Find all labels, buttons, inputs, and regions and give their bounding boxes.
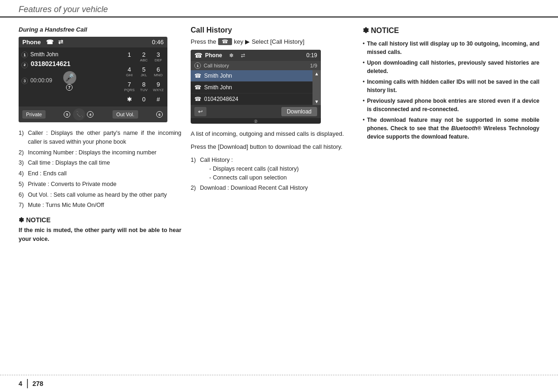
circle-4: 4 [87, 111, 93, 118]
ph2-call-icon-2: ☎ [194, 84, 201, 91]
footer-separator [27, 379, 28, 388]
circle-1: 1 [21, 52, 28, 58]
phone-icon-transfer: ⇄ [58, 39, 63, 46]
ph2-list-item-2[interactable]: ☎ Smith John [191, 82, 312, 93]
ph2-call-icon-1: ☎ [194, 73, 201, 79]
middle-list-item-1: 1) Call History : - Displays recent call… [191, 156, 353, 182]
ph2-download-button[interactable]: Download [281, 107, 317, 116]
middle-column: Call History Press the ☎ key ▶ Select [C… [191, 26, 363, 244]
ph2-header: ☎ Phone ✽ ⇄ 0:19 [191, 50, 321, 61]
middle-list-item-2: 2) Download : Download Recent Call Histo… [191, 184, 353, 193]
key-star[interactable]: ✱ [123, 95, 136, 104]
phone-icon-call: ☎ [46, 39, 53, 46]
key-0[interactable]: 0 [138, 95, 150, 104]
key-4[interactable]: 4GHI [123, 65, 136, 78]
ph2-footer: ↩ Download [191, 105, 321, 118]
ph2-scrollbar[interactable]: ▲ ▼ [312, 70, 321, 105]
ph2-list-item-3[interactable]: ☎ 01042048624 [191, 93, 312, 105]
phone-time: 0:46 [152, 39, 164, 46]
key-2[interactable]: 2ABC [138, 50, 150, 63]
page-header: Features of your vehicle [0, 0, 558, 18]
phone-left-panel: 1 Smith John 2 03180214621 3 00:00:09 [21, 50, 120, 104]
key-5[interactable]: 5JKL [138, 65, 150, 78]
list-item: 6) Out Vol. : Sets call volume as heard … [19, 191, 181, 199]
notice-item-2: • Upon downloading call histories, previ… [363, 59, 539, 75]
phone-btn-private[interactable]: Private [22, 110, 46, 119]
key-1[interactable]: 1 [123, 50, 136, 63]
circle-5: 5 [64, 111, 70, 118]
arrow-right-icon: ▶ [245, 38, 250, 45]
ph2-list-count: 1/9 [310, 63, 317, 68]
right-notice-list: • The call history list will display up … [363, 40, 539, 141]
phone-screen-1: Phone ☎ ⇄ 0:46 1 Smith John 2 03180 [19, 37, 167, 122]
circle-6: 6 [156, 111, 163, 118]
phone-body: 1 Smith John 2 03180214621 3 00:00:09 [19, 47, 167, 106]
key-instruction: Press the ☎ key ▶ Select [Call History] [191, 38, 353, 45]
key-6[interactable]: 6MNO [152, 65, 165, 78]
right-notice-title: ✽ NOTICE [363, 26, 539, 35]
notice-item-1: • The call history list will display up … [363, 40, 539, 56]
phone-screen-2: ☎ Phone ✽ ⇄ 0:19 1 Call history 1/9 [191, 50, 321, 124]
key-3[interactable]: 3DEF [152, 50, 165, 63]
ph2-call-icon-3: ☎ [194, 96, 201, 102]
middle-section-title: Call History [191, 26, 353, 34]
left-notice-text: If the mic is muted, the other party wil… [19, 226, 181, 244]
scroll-down-button[interactable]: ▼ [312, 98, 321, 105]
notice-item-3: • Incoming calls with hidden caller IDs … [363, 78, 539, 94]
ph2-title-area: ☎ Phone ✽ ⇄ [194, 52, 245, 59]
list-item: 1) Caller : Displays the other party's n… [19, 129, 181, 146]
ph2-indicator-2: ② [191, 118, 321, 124]
middle-numbered-list: 1) Call History : - Displays recent call… [191, 156, 353, 193]
left-section-title: During a Handsfree Call [19, 26, 181, 33]
left-column: During a Handsfree Call Phone ☎ ⇄ 0:46 1… [19, 26, 191, 244]
left-notice: ✽ NOTICE If the mic is muted, the other … [19, 216, 181, 244]
ph2-circle-1: 1 [194, 62, 201, 69]
scroll-up-button[interactable]: ▲ [312, 70, 321, 77]
phone-title: Phone ☎ ⇄ [22, 39, 63, 46]
phone-screen-header: Phone ☎ ⇄ 0:46 [19, 37, 167, 47]
circle-7: 7 [66, 84, 73, 91]
key-hash[interactable]: # [152, 95, 165, 104]
notice-item-5: • The download feature may not be suppor… [363, 116, 539, 141]
phone-keypad: 1 2ABC 3DEF 4GHI 5JKL 6MNO 7PQRS 8TUV 9W… [123, 50, 165, 104]
notice-item-4: • Previously saved phone book entries ar… [363, 97, 539, 113]
mute-icon: 🎤 [65, 73, 74, 82]
list-item: 4) End : Ends call [19, 169, 181, 178]
ph2-back-button[interactable]: ↩ [194, 107, 206, 116]
ph2-icon-transfer: ⇄ [241, 53, 245, 59]
key-7[interactable]: 7PQRS [123, 80, 136, 93]
list-item: 5) Private : Converts to Private mode [19, 180, 181, 189]
page-footer: 4 278 [0, 375, 558, 392]
phone-footer: Private 5 📞 4 Out Vol. 6 [19, 106, 167, 122]
middle-desc-2: Press the [Download] button to download … [191, 142, 353, 152]
ph2-time: 0:19 [306, 52, 317, 59]
ph2-list-area: ☎ Smith John ☎ Smith John ☎ 01042048624 … [191, 70, 321, 105]
ph2-list-inner: ☎ Smith John ☎ Smith John ☎ 01042048624 [191, 70, 312, 105]
list-item: 7) Mute : Turns Mic Mute On/Off [19, 201, 181, 210]
phone-key-button: ☎ [218, 38, 232, 45]
left-numbered-list: 1) Caller : Displays the other party's n… [19, 129, 181, 210]
ph2-list-item-1[interactable]: ☎ Smith John [191, 70, 312, 82]
phone-timer: 3 00:00:09 [21, 76, 52, 85]
phone-number: 2 03180214621 [21, 59, 120, 69]
mute-button[interactable]: 🎤 [63, 71, 76, 84]
footer-page-number: 278 [33, 380, 43, 387]
key-8[interactable]: 8TUV [138, 80, 150, 93]
phone-caller: 1 Smith John [21, 50, 120, 59]
phone-end-call[interactable]: 📞 [73, 108, 85, 120]
right-column: ✽ NOTICE • The call history list will di… [363, 26, 539, 244]
phone-btn-outvol[interactable]: Out Vol. [113, 110, 138, 119]
left-notice-title: ✽ NOTICE [19, 216, 181, 224]
list-item: 2) Incoming Number : Displays the incomi… [19, 148, 181, 157]
circle-3: 3 [21, 78, 28, 84]
key-9[interactable]: 9WXYZ [152, 80, 165, 93]
ph2-icon-star: ✽ [229, 53, 233, 59]
footer-chapter: 4 [19, 380, 22, 387]
content-area: During a Handsfree Call Phone ☎ ⇄ 0:46 1… [0, 18, 558, 248]
phone-key-icon: ☎ [222, 39, 228, 44]
middle-desc-1: A list of incoming, outgoing and missed … [191, 129, 353, 139]
list-item: 3) Call time : Displays the call time [19, 159, 181, 167]
circle-2: 2 [21, 62, 28, 68]
ph2-list-header: 1 Call history 1/9 [191, 61, 321, 70]
ph2-phone-icon: ☎ [194, 52, 202, 59]
